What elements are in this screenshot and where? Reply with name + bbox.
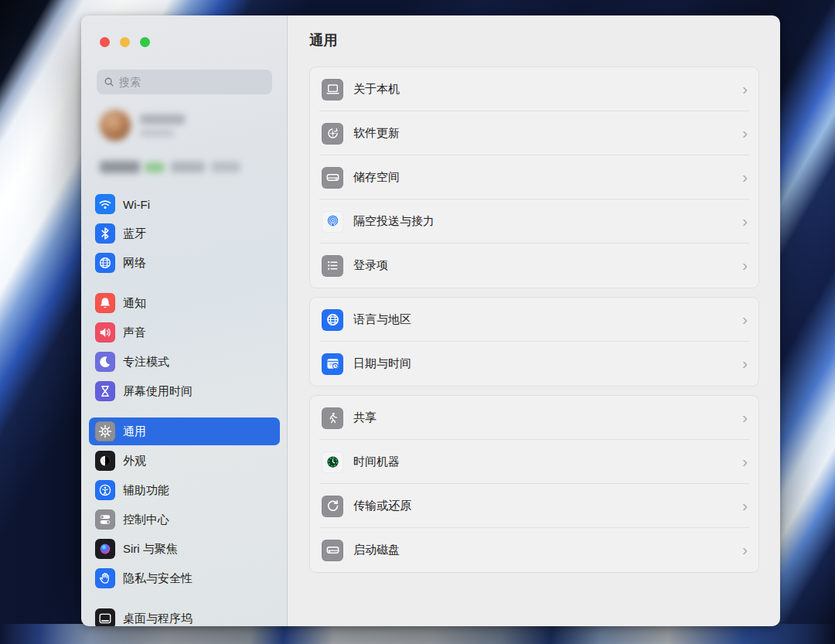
language-globe-icon: [322, 309, 343, 331]
sidebar-item-label: 辅助功能: [123, 483, 169, 498]
family-item-redacted: [100, 161, 140, 173]
sidebar-item-label: 控制中心: [123, 513, 169, 527]
main-panel: 通用 关于本机›软件更新›储存空间›隔空投送与接力›登录项›语言与地区›日期与时…: [288, 15, 780, 626]
settings-row-language-region[interactable]: 语言与地区›: [310, 298, 758, 342]
sidebar-item-label: 通知: [123, 296, 146, 311]
sidebar-item-label: 外观: [123, 454, 146, 469]
hourglass-icon: [95, 381, 115, 401]
minimize-button[interactable]: [120, 37, 130, 47]
settings-row-label: 储存空间: [353, 170, 400, 185]
settings-row-startup-disk[interactable]: 启动磁盘›: [310, 528, 758, 572]
settings-row-date-time[interactable]: 日期与时间›: [310, 342, 758, 386]
software-update-icon: [322, 123, 343, 145]
page-title: 通用: [309, 31, 759, 49]
date-time-icon: [322, 353, 343, 375]
settings-row-label: 传输或还原: [353, 499, 411, 513]
sidebar-item-network[interactable]: 网络: [89, 249, 280, 277]
family-item-redacted: [171, 162, 205, 172]
transfer-reset-icon: [322, 496, 343, 517]
settings-card: 共享›时间机器›传输或还原›启动磁盘›: [309, 395, 759, 573]
chevron-right-icon: ›: [742, 80, 748, 97]
sidebar-item-accessibility[interactable]: 辅助功能: [89, 476, 280, 504]
sidebar-item-bluetooth[interactable]: 蓝牙: [89, 220, 280, 247]
sidebar: Wi-Fi蓝牙网络通知声音专注模式屏幕使用时间通用外观辅助功能控制中心Siri …: [81, 15, 288, 626]
chevron-right-icon: ›: [742, 541, 748, 557]
chevron-right-icon: ›: [742, 257, 748, 273]
sidebar-item-focus[interactable]: 专注模式: [89, 348, 280, 376]
user-name-redacted: [140, 114, 185, 124]
close-button[interactable]: [100, 37, 110, 47]
sidebar-item-desktop-dock[interactable]: 桌面与程序坞: [89, 605, 280, 626]
chevron-right-icon: ›: [742, 355, 748, 371]
sidebar-item-label: 网络: [123, 256, 146, 271]
user-profile-section[interactable]: [81, 107, 288, 190]
sidebar-item-label: Siri 与聚焦: [123, 542, 178, 557]
settings-row-airdrop-handoff[interactable]: 隔空投送与接力›: [310, 199, 758, 244]
settings-row-about[interactable]: 关于本机›: [310, 67, 758, 111]
chevron-right-icon: ›: [742, 169, 748, 185]
zoom-button[interactable]: [140, 37, 150, 47]
chevron-right-icon: ›: [742, 124, 748, 141]
traffic-lights: [100, 37, 150, 47]
bell-icon: [95, 293, 115, 313]
sharing-icon: [322, 407, 343, 429]
settings-row-label: 时间机器: [353, 455, 400, 469]
settings-row-label: 登录项: [353, 258, 388, 273]
privacy-hand-icon: [95, 568, 115, 588]
dock-icon: [95, 608, 115, 626]
sidebar-item-appearance[interactable]: 外观: [89, 447, 280, 475]
gear-icon: [95, 421, 115, 441]
settings-row-software-update[interactable]: 软件更新›: [310, 111, 758, 155]
sidebar-item-siri[interactable]: Siri 与聚焦: [89, 535, 280, 563]
bluetooth-icon: [95, 223, 115, 244]
network-globe-icon: [95, 253, 115, 273]
sidebar-item-sound[interactable]: 声音: [89, 319, 280, 346]
settings-row-login-items[interactable]: 登录项›: [310, 244, 758, 288]
time-machine-icon: [322, 451, 343, 473]
settings-row-label: 关于本机: [353, 82, 400, 97]
settings-row-time-machine[interactable]: 时间机器›: [310, 440, 758, 484]
family-item-redacted: [145, 162, 165, 172]
sidebar-item-wifi[interactable]: Wi-Fi: [89, 190, 280, 218]
search-field[interactable]: [97, 70, 272, 94]
search-icon: [104, 77, 114, 87]
settings-row-transfer-reset[interactable]: 传输或还原›: [310, 484, 758, 528]
login-items-icon: [322, 255, 343, 277]
settings-row-label: 启动磁盘: [353, 543, 400, 557]
settings-card: 关于本机›软件更新›储存空间›隔空投送与接力›登录项›: [309, 66, 759, 288]
sidebar-item-control-center[interactable]: 控制中心: [89, 506, 280, 533]
settings-groups: 关于本机›软件更新›储存空间›隔空投送与接力›登录项›语言与地区›日期与时间›共…: [309, 66, 759, 573]
moon-icon: [95, 352, 115, 372]
sidebar-group: 桌面与程序坞: [81, 605, 288, 626]
settings-card: 语言与地区›日期与时间›: [309, 297, 759, 387]
siri-icon: [95, 539, 115, 559]
sidebar-group: 通知声音专注模式屏幕使用时间: [81, 289, 288, 405]
sidebar-item-general[interactable]: 通用: [89, 417, 280, 445]
storage-drive-icon: [322, 167, 343, 189]
search-input[interactable]: [119, 76, 265, 88]
sidebar-item-notifications[interactable]: 通知: [89, 289, 280, 317]
avatar: [100, 110, 131, 141]
wallpaper-bottom-stripes: [0, 624, 835, 644]
wifi-icon: [95, 194, 115, 214]
family-item-redacted: [211, 162, 240, 172]
settings-row-label: 语言与地区: [353, 312, 411, 327]
settings-row-label: 软件更新: [353, 126, 400, 141]
accessibility-icon: [95, 480, 115, 500]
chevron-right-icon: ›: [742, 497, 748, 513]
settings-row-label: 共享: [353, 411, 377, 425]
sidebar-item-privacy[interactable]: 隐私与安全性: [89, 564, 280, 592]
control-center-icon: [95, 509, 115, 530]
laptop-icon: [322, 79, 343, 101]
sidebar-item-screen-time[interactable]: 屏幕使用时间: [89, 377, 280, 405]
settings-row-storage[interactable]: 储存空间›: [310, 155, 758, 199]
settings-row-label: 隔空投送与接力: [353, 214, 435, 229]
sidebar-item-label: 通用: [123, 424, 146, 439]
sidebar-item-label: 专注模式: [123, 355, 169, 370]
sidebar-item-label: 屏幕使用时间: [123, 384, 193, 399]
chevron-right-icon: ›: [742, 213, 748, 229]
settings-row-sharing[interactable]: 共享›: [310, 396, 758, 440]
appearance-icon: [95, 451, 115, 471]
sidebar-group: Wi-Fi蓝牙网络: [81, 190, 288, 277]
sidebar-item-label: 蓝牙: [123, 227, 146, 241]
